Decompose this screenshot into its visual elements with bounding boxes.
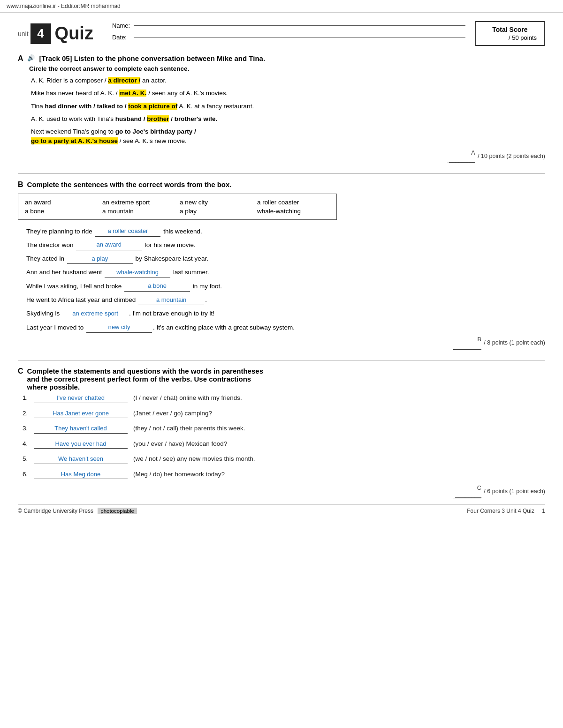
name-row: Name: bbox=[112, 22, 465, 29]
unit-number: 4 bbox=[30, 23, 51, 44]
a2-highlight: met A. K. bbox=[119, 90, 146, 97]
b-item-6: He went to Africa last year and climbed … bbox=[26, 295, 545, 305]
b-item-4: Ann and her husband went whale-watching … bbox=[26, 267, 545, 278]
section-a-instruction2: Circle the correct answer to complete ea… bbox=[29, 65, 545, 72]
c5-answer: We haven't seen bbox=[34, 454, 128, 464]
score-value: _______ / 50 points bbox=[483, 34, 537, 41]
footer-left: © Cambridge University Press photocopiab… bbox=[18, 508, 137, 514]
c-item-3: 3. They haven't called (they / not / cal… bbox=[23, 424, 545, 434]
quiz-title: Quiz bbox=[55, 23, 93, 44]
a4-bold1: husband / bbox=[115, 115, 147, 122]
a4-bold2: / brother's wife. bbox=[169, 115, 217, 122]
c-item-5: 5. We haven't seen (we / not / see) any … bbox=[23, 454, 545, 464]
section-b: B Complete the sentences with the correc… bbox=[18, 180, 545, 350]
b6-answer: a mountain bbox=[138, 295, 204, 306]
a-score-text: / 10 points (2 points each) bbox=[478, 152, 545, 159]
unit-logo: unit 4 Quiz bbox=[18, 23, 93, 44]
b1-answer: a roller coaster bbox=[95, 226, 160, 237]
name-line bbox=[134, 25, 465, 26]
a3-bold1: had dinner with / talked to / bbox=[45, 103, 129, 110]
name-label: Name: bbox=[112, 22, 132, 29]
b-score-line: B ________ bbox=[453, 336, 481, 350]
section-a-list: A. K. Rider is a composer / a director /… bbox=[31, 76, 545, 146]
section-a-letter: A bbox=[18, 54, 23, 63]
name-date-block: Name: Date: bbox=[112, 22, 465, 45]
a-score-line: A ________ bbox=[447, 150, 475, 163]
c2-answer: Has Janet ever gone bbox=[34, 409, 128, 419]
section-c-letter: C bbox=[18, 367, 23, 375]
b-item-2: The director won an award for his new mo… bbox=[26, 240, 545, 250]
section-c-label: C Complete the statements and questions … bbox=[18, 367, 545, 391]
word-box-item: a mountain bbox=[102, 208, 175, 215]
b4-answer: whale-watching bbox=[105, 268, 170, 278]
score-title: Total Score bbox=[483, 26, 537, 33]
a5-end: / see A. K.'s new movie. bbox=[118, 137, 187, 144]
footer-right-text: Four Corners 3 Unit 4 Quiz bbox=[467, 508, 534, 514]
c-item-2: 2. Has Janet ever gone (Janet / ever / g… bbox=[23, 409, 545, 419]
copyright: © Cambridge University Press bbox=[18, 508, 93, 514]
b5-answer: a bone bbox=[124, 281, 190, 292]
c2-clue: (Janet / ever / go) camping? bbox=[133, 409, 212, 418]
a3-highlight: took a picture of bbox=[128, 103, 177, 110]
section-a-item-3: Tina had dinner with / talked to / took … bbox=[31, 102, 545, 111]
section-b-label: B Complete the sentences with the correc… bbox=[18, 180, 545, 189]
a5-bold1: go to Joe's birthday party / bbox=[115, 128, 196, 135]
a1-highlight: a director / bbox=[108, 77, 140, 84]
word-box-item: a new city bbox=[180, 199, 252, 206]
b-item-7: Skydiving is an extreme sport. I'm not b… bbox=[26, 308, 545, 319]
section-b-letter: B bbox=[18, 180, 23, 189]
c6-clue: (Meg / do) her homework today? bbox=[133, 470, 225, 479]
section-a-track: [Track 05] Listen to the phone conversat… bbox=[39, 54, 266, 62]
section-a-item-5: Next weekend Tina's going to go to Joe's… bbox=[31, 127, 545, 146]
c4-clue: (you / ever / have) Mexican food? bbox=[133, 439, 227, 449]
a1-normal: a composer / bbox=[70, 77, 108, 84]
date-row: Date: bbox=[112, 34, 465, 41]
c1-answer: I've never chatted bbox=[34, 393, 128, 403]
section-c-instruction: Complete the statements and questions wi… bbox=[27, 367, 263, 391]
watermark: www.majazionline.ir - Edditor:MR mohamma… bbox=[0, 0, 563, 13]
header: unit 4 Quiz Name: Date: Total Score ____… bbox=[18, 21, 545, 46]
c5-clue: (we / not / see) any new movies this mon… bbox=[133, 454, 255, 464]
b3-answer: a play bbox=[67, 254, 133, 264]
date-label: Date: bbox=[112, 34, 132, 41]
section-b-score: B ________ / 8 points (1 point each) bbox=[18, 336, 545, 350]
b7-answer: an extreme sport bbox=[62, 309, 128, 319]
section-a: A 🔊 [Track 05] Listen to the phone conve… bbox=[18, 54, 545, 163]
b-item-5: While I was skiing, I fell and broke a b… bbox=[26, 281, 545, 292]
word-box-item: an award bbox=[25, 199, 98, 206]
date-line bbox=[134, 37, 465, 38]
b-item-8: Last year I moved to new city. It's an e… bbox=[26, 323, 545, 333]
b-score-text: / 8 points (1 point each) bbox=[484, 339, 545, 346]
section-a-score: A ________ / 10 points (2 points each) bbox=[18, 150, 545, 163]
section-b-instruction: Complete the sentences with the correct … bbox=[27, 180, 232, 188]
section-a-item-1: A. K. Rider is a composer / a director /… bbox=[31, 76, 545, 85]
word-box: an award an extreme sport a new city a r… bbox=[18, 194, 337, 220]
c1-clue: (I / never / chat) online with my friend… bbox=[133, 393, 242, 403]
b2-answer: an award bbox=[76, 240, 142, 250]
section-a-label: A 🔊 [Track 05] Listen to the phone conve… bbox=[18, 54, 545, 63]
footer: © Cambridge University Press photocopiab… bbox=[18, 504, 545, 514]
a2-normal: heard of A. K. / bbox=[76, 90, 119, 97]
c-score-line: C ________ bbox=[453, 485, 481, 498]
section-a-item-4: A. K. used to work with Tina's husband /… bbox=[31, 114, 545, 124]
a5-highlight: go to a party at A. K.'s house bbox=[31, 137, 118, 144]
c3-answer: They haven't called bbox=[34, 424, 128, 434]
section-c: C Complete the statements and questions … bbox=[18, 367, 545, 498]
b8-answer: new city bbox=[86, 323, 152, 333]
c-score-text: / 6 points (1 point each) bbox=[484, 488, 545, 495]
page-number: 1 bbox=[542, 508, 545, 514]
word-box-item: a roller coaster bbox=[257, 199, 330, 206]
c4-answer: Have you ever had bbox=[34, 439, 128, 449]
footer-right: Four Corners 3 Unit 4 Quiz 1 bbox=[467, 508, 545, 514]
section-c-score: C ________ / 6 points (1 point each) bbox=[18, 485, 545, 498]
word-box-item: an extreme sport bbox=[102, 199, 175, 206]
audio-icon: 🔊 bbox=[27, 54, 35, 61]
a4-highlight: brother bbox=[147, 115, 169, 122]
photocopiable-badge: photocopiable bbox=[98, 508, 137, 514]
c-item-6: 6. Has Meg done (Meg / do) her homework … bbox=[23, 470, 545, 480]
b-item-3: They acted in a play by Shakespeare last… bbox=[26, 254, 545, 264]
unit-label: unit bbox=[18, 30, 29, 38]
section-c-list: 1. I've never chatted (I / never / chat)… bbox=[23, 393, 545, 479]
total-score-box: Total Score _______ / 50 points bbox=[475, 21, 545, 46]
b-item-1: They're planning to ride a roller coaste… bbox=[26, 226, 545, 237]
